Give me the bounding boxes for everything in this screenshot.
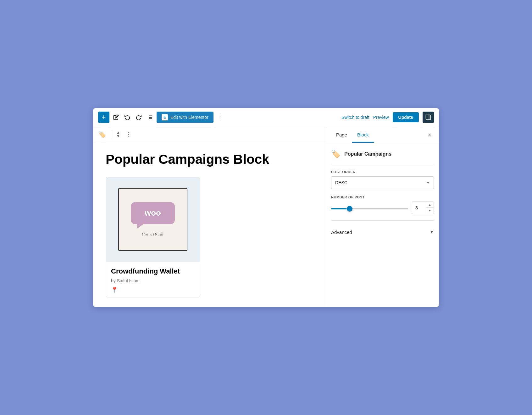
tab-block[interactable]: Block	[352, 128, 374, 143]
campaign-image: woo the album	[106, 177, 200, 262]
add-block-button[interactable]: +	[98, 112, 109, 123]
woo-artwork: woo the album	[118, 188, 187, 251]
edit-icon-button[interactable]	[111, 113, 121, 122]
block-content: Popular Campaigns Block woo the album	[93, 142, 326, 307]
spinner-down[interactable]: ▼	[426, 208, 434, 214]
advanced-section: Advanced ▼	[331, 226, 434, 239]
sidebar-toggle-button[interactable]	[423, 112, 434, 123]
post-order-label: POST ORDER	[331, 170, 434, 174]
tab-page[interactable]: Page	[331, 128, 352, 143]
list-icon	[147, 114, 153, 120]
sidebar-content: 🏷️ Popular Campaigns POST ORDER DESC ASC…	[326, 143, 439, 307]
redo-icon	[136, 114, 141, 120]
chevron-down-icon: ▼	[429, 230, 434, 235]
section-divider-2	[331, 220, 434, 221]
sidebar-close-button[interactable]: ×	[425, 130, 434, 140]
number-spinners: ▲ ▼	[426, 202, 434, 214]
block-move-arrows[interactable]: ▲ ▼	[116, 130, 120, 138]
list-view-button[interactable]	[145, 113, 155, 122]
secondary-toolbar: 🏷️ ▲ ▼ ⋮	[93, 127, 326, 142]
spinner-up[interactable]: ▲	[426, 202, 434, 208]
editor-body: 🏷️ ▲ ▼ ⋮ Popular Campaigns Block	[93, 127, 439, 307]
advanced-header[interactable]: Advanced ▼	[331, 226, 434, 239]
number-of-post-label: NUMBER OF POST	[331, 195, 434, 199]
campaign-info: Crowdfunding Wallet by Saiful Islam 📍	[106, 262, 200, 297]
arrow-down-icon[interactable]: ▼	[116, 134, 120, 138]
canvas-inner: 🏷️ ▲ ▼ ⋮ Popular Campaigns Block	[93, 127, 326, 307]
undo-icon	[125, 114, 130, 120]
pencil-icon	[113, 114, 119, 120]
block-title: Popular Campaigns Block	[106, 152, 313, 167]
block-options-button[interactable]: ⋮	[125, 130, 131, 138]
toolbar-divider	[111, 130, 111, 139]
editor-wrapper: + E Edit with Elementor ⋮ Switch to draf…	[93, 108, 439, 307]
number-of-post-group: NUMBER OF POST ▲ ▼	[331, 195, 434, 214]
section-divider-1	[331, 165, 434, 165]
elementor-icon: E	[162, 114, 168, 120]
number-of-post-input[interactable]	[412, 202, 426, 214]
sidebar-block-name: Popular Campaigns	[344, 151, 391, 157]
post-order-group: POST ORDER DESC ASC	[331, 170, 434, 189]
sidebar-icon	[425, 114, 431, 120]
woo-text: woo	[145, 208, 161, 218]
preview-link[interactable]: Preview	[373, 115, 389, 120]
toolbar-right: Switch to draft Preview Update	[341, 112, 434, 123]
editor-canvas: 🏷️ ▲ ▼ ⋮ Popular Campaigns Block	[93, 127, 326, 307]
redo-button[interactable]	[134, 113, 143, 122]
slider-container	[331, 205, 408, 211]
location-icon: 📍	[111, 286, 195, 293]
sidebar-block-icon: 🏷️	[331, 150, 341, 158]
right-sidebar: Page Block × 🏷️ Popular Campaigns POST O…	[326, 127, 439, 307]
campaign-name: Crowdfunding Wallet	[111, 267, 195, 276]
number-input-wrap: ▲ ▼	[412, 202, 434, 214]
switch-to-draft-link[interactable]: Switch to draft	[341, 115, 369, 120]
more-options-button[interactable]: ⋮	[215, 112, 227, 122]
elementor-label: Edit with Elementor	[170, 115, 208, 120]
slider-row: ▲ ▼	[331, 202, 434, 214]
campaign-author: by Saiful Islam	[111, 278, 195, 283]
undo-button[interactable]	[123, 113, 132, 122]
update-button[interactable]: Update	[393, 112, 419, 122]
campaign-card: woo the album Crowdfunding Wallet by Sai…	[106, 177, 200, 298]
elementor-button[interactable]: E Edit with Elementor	[157, 112, 213, 123]
svg-rect-6	[426, 115, 431, 120]
woo-speech-bubble: woo	[131, 202, 175, 224]
sidebar-tabs: Page Block ×	[326, 127, 439, 143]
number-of-post-slider[interactable]	[331, 208, 408, 209]
toolbar-left: + E Edit with Elementor ⋮	[98, 112, 339, 123]
top-toolbar: + E Edit with Elementor ⋮ Switch to draf…	[93, 108, 439, 127]
block-header: 🏷️ Popular Campaigns	[331, 150, 434, 158]
post-order-select[interactable]: DESC ASC	[331, 176, 434, 189]
album-subtitle: the album	[142, 232, 164, 237]
block-tag-icon: 🏷️	[98, 130, 106, 138]
advanced-label: Advanced	[331, 230, 352, 235]
